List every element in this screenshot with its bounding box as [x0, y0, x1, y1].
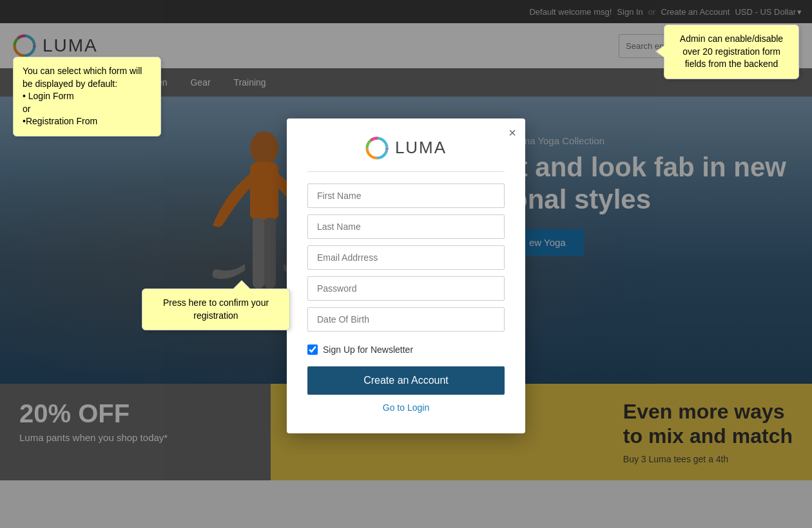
create-account-button[interactable]: Create an Account [307, 366, 505, 395]
newsletter-row: Sign Up for Newsletter [307, 344, 505, 355]
go-to-login-link[interactable]: Go to Login [307, 402, 505, 413]
modal-logo: LUMA [307, 137, 505, 160]
email-input[interactable] [307, 245, 505, 270]
tooltip-right-text: Admin can enable/disable over 20 registr… [680, 33, 783, 69]
modal-close-button[interactable]: × [508, 126, 516, 139]
tooltip-left-text: You can select which form will be displa… [23, 66, 142, 126]
modal-luma-logo-icon [365, 137, 389, 160]
modal-logo-text: LUMA [395, 138, 447, 158]
tooltip-bottom: Press here to confirm your registration [142, 288, 290, 330]
newsletter-checkbox[interactable] [307, 344, 318, 355]
tooltip-left: You can select which form will be displa… [13, 57, 161, 137]
page-wrapper: Default welcome msg! Sign In or Create a… [0, 0, 812, 528]
tooltip-bottom-text: Press here to confirm your registration [163, 297, 269, 321]
first-name-input[interactable] [307, 184, 505, 208]
modal-divider [307, 171, 505, 172]
tooltip-right: Admin can enable/disable over 20 registr… [664, 24, 799, 79]
password-input[interactable] [307, 276, 505, 301]
dob-input[interactable] [307, 307, 505, 332]
last-name-input[interactable] [307, 214, 505, 239]
registration-modal: × LUMA Sign Up for Newsletter Cr [287, 118, 525, 433]
newsletter-label[interactable]: Sign Up for Newsletter [323, 344, 413, 355]
